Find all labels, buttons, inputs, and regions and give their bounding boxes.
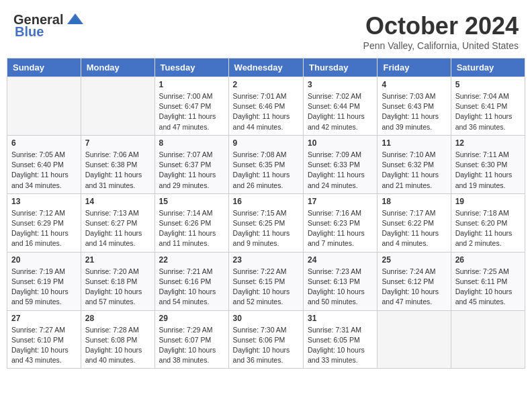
day-number: 29 [159, 314, 224, 323]
day-number: 23 [233, 255, 299, 265]
day-number: 16 [233, 197, 299, 206]
calendar-cell: 29Sunrise: 7:29 AM Sunset: 6:07 PM Dayli… [154, 310, 228, 369]
day-number: 5 [455, 80, 521, 89]
calendar-cell: 27Sunrise: 7:27 AM Sunset: 6:10 PM Dayli… [7, 310, 81, 369]
calendar-cell: 12Sunrise: 7:11 AM Sunset: 6:30 PM Dayli… [451, 135, 525, 193]
calendar-header-row: SundayMondayTuesdayWednesdayThursdayFrid… [7, 58, 525, 77]
calendar-cell: 6Sunrise: 7:05 AM Sunset: 6:40 PM Daylig… [7, 135, 81, 193]
day-number: 9 [233, 138, 299, 148]
calendar-cell: 3Sunrise: 7:02 AM Sunset: 6:44 PM Daylig… [304, 77, 378, 136]
logo-blue: Blue [15, 24, 44, 40]
day-number: 22 [159, 255, 224, 265]
day-info: Sunrise: 7:03 AM Sunset: 6:43 PM Dayligh… [382, 91, 446, 132]
day-info: Sunrise: 7:00 AM Sunset: 6:47 PM Dayligh… [159, 91, 224, 132]
day-info: Sunrise: 7:08 AM Sunset: 6:35 PM Dayligh… [233, 150, 299, 191]
day-number: 7 [85, 138, 150, 148]
day-number: 4 [382, 80, 446, 89]
day-info: Sunrise: 7:28 AM Sunset: 6:08 PM Dayligh… [85, 325, 150, 366]
day-info: Sunrise: 7:12 AM Sunset: 6:29 PM Dayligh… [11, 208, 77, 249]
day-number: 1 [159, 80, 224, 89]
day-info: Sunrise: 7:30 AM Sunset: 6:06 PM Dayligh… [233, 325, 299, 366]
day-of-week-header: Saturday [451, 58, 525, 77]
day-info: Sunrise: 7:09 AM Sunset: 6:33 PM Dayligh… [308, 150, 373, 191]
day-info: Sunrise: 7:16 AM Sunset: 6:23 PM Dayligh… [308, 208, 373, 249]
day-info: Sunrise: 7:20 AM Sunset: 6:18 PM Dayligh… [85, 267, 150, 308]
day-info: Sunrise: 7:18 AM Sunset: 6:20 PM Dayligh… [455, 208, 521, 249]
day-number: 26 [455, 255, 521, 265]
day-info: Sunrise: 7:04 AM Sunset: 6:41 PM Dayligh… [455, 91, 521, 132]
calendar-cell: 30Sunrise: 7:30 AM Sunset: 6:06 PM Dayli… [228, 310, 303, 369]
day-number: 18 [382, 197, 446, 206]
day-info: Sunrise: 7:27 AM Sunset: 6:10 PM Dayligh… [11, 325, 77, 366]
calendar-cell: 23Sunrise: 7:22 AM Sunset: 6:15 PM Dayli… [228, 252, 303, 310]
calendar-cell: 10Sunrise: 7:09 AM Sunset: 6:33 PM Dayli… [304, 135, 378, 193]
calendar-cell: 5Sunrise: 7:04 AM Sunset: 6:41 PM Daylig… [451, 77, 525, 136]
calendar-cell [7, 77, 81, 136]
day-number: 14 [85, 197, 150, 206]
day-of-week-header: Thursday [304, 58, 378, 77]
day-info: Sunrise: 7:10 AM Sunset: 6:32 PM Dayligh… [382, 150, 446, 191]
day-info: Sunrise: 7:23 AM Sunset: 6:13 PM Dayligh… [308, 267, 373, 308]
calendar-cell: 4Sunrise: 7:03 AM Sunset: 6:43 PM Daylig… [378, 77, 451, 136]
calendar-cell: 26Sunrise: 7:25 AM Sunset: 6:11 PM Dayli… [451, 252, 525, 310]
calendar-cell [81, 77, 154, 136]
calendar-cell: 15Sunrise: 7:14 AM Sunset: 6:26 PM Dayli… [154, 193, 228, 252]
day-info: Sunrise: 7:15 AM Sunset: 6:25 PM Dayligh… [233, 208, 299, 249]
day-info: Sunrise: 7:17 AM Sunset: 6:22 PM Dayligh… [382, 208, 446, 249]
calendar-cell: 28Sunrise: 7:28 AM Sunset: 6:08 PM Dayli… [81, 310, 154, 369]
calendar-cell: 1Sunrise: 7:00 AM Sunset: 6:47 PM Daylig… [154, 77, 228, 136]
day-number: 19 [455, 197, 521, 206]
calendar-cell: 24Sunrise: 7:23 AM Sunset: 6:13 PM Dayli… [304, 252, 378, 310]
calendar-week-row: 27Sunrise: 7:27 AM Sunset: 6:10 PM Dayli… [7, 310, 525, 369]
calendar-cell: 13Sunrise: 7:12 AM Sunset: 6:29 PM Dayli… [7, 193, 81, 252]
day-number: 21 [85, 255, 150, 265]
day-number: 17 [308, 197, 373, 206]
calendar-cell: 11Sunrise: 7:10 AM Sunset: 6:32 PM Dayli… [378, 135, 451, 193]
day-info: Sunrise: 7:31 AM Sunset: 6:05 PM Dayligh… [308, 325, 373, 366]
calendar-cell: 9Sunrise: 7:08 AM Sunset: 6:35 PM Daylig… [228, 135, 303, 193]
calendar-cell: 31Sunrise: 7:31 AM Sunset: 6:05 PM Dayli… [304, 310, 378, 369]
calendar-cell: 20Sunrise: 7:19 AM Sunset: 6:19 PM Dayli… [7, 252, 81, 310]
day-number: 28 [85, 314, 150, 323]
day-of-week-header: Sunday [7, 58, 81, 77]
day-number: 8 [159, 138, 224, 148]
day-of-week-header: Tuesday [154, 58, 228, 77]
month-title: October 2024 [363, 12, 519, 40]
day-info: Sunrise: 7:22 AM Sunset: 6:15 PM Dayligh… [233, 267, 299, 308]
calendar-week-row: 1Sunrise: 7:00 AM Sunset: 6:47 PM Daylig… [7, 77, 525, 136]
day-number: 30 [233, 314, 299, 323]
day-number: 20 [11, 255, 77, 265]
calendar-cell: 21Sunrise: 7:20 AM Sunset: 6:18 PM Dayli… [81, 252, 154, 310]
day-number: 6 [11, 138, 77, 148]
calendar-cell: 16Sunrise: 7:15 AM Sunset: 6:25 PM Dayli… [228, 193, 303, 252]
day-number: 25 [382, 255, 446, 265]
calendar-cell: 8Sunrise: 7:07 AM Sunset: 6:37 PM Daylig… [154, 135, 228, 193]
calendar-week-row: 13Sunrise: 7:12 AM Sunset: 6:29 PM Dayli… [7, 193, 525, 252]
logo-icon [66, 12, 85, 27]
day-info: Sunrise: 7:19 AM Sunset: 6:19 PM Dayligh… [11, 267, 77, 308]
day-info: Sunrise: 7:01 AM Sunset: 6:46 PM Dayligh… [233, 91, 299, 132]
calendar-cell [378, 310, 451, 369]
calendar-week-row: 6Sunrise: 7:05 AM Sunset: 6:40 PM Daylig… [7, 135, 525, 193]
calendar-cell: 7Sunrise: 7:06 AM Sunset: 6:38 PM Daylig… [81, 135, 154, 193]
title-block: October 2024 Penn Valley, California, Un… [363, 12, 519, 51]
day-info: Sunrise: 7:24 AM Sunset: 6:12 PM Dayligh… [382, 267, 446, 308]
calendar-cell: 22Sunrise: 7:21 AM Sunset: 6:16 PM Dayli… [154, 252, 228, 310]
day-info: Sunrise: 7:29 AM Sunset: 6:07 PM Dayligh… [159, 325, 224, 366]
day-number: 2 [233, 80, 299, 89]
calendar-cell: 14Sunrise: 7:13 AM Sunset: 6:27 PM Dayli… [81, 193, 154, 252]
calendar-cell: 18Sunrise: 7:17 AM Sunset: 6:22 PM Dayli… [378, 193, 451, 252]
day-info: Sunrise: 7:11 AM Sunset: 6:30 PM Dayligh… [455, 150, 521, 191]
calendar-cell: 19Sunrise: 7:18 AM Sunset: 6:20 PM Dayli… [451, 193, 525, 252]
calendar-cell [451, 310, 525, 369]
calendar-table: SundayMondayTuesdayWednesdayThursdayFrid… [7, 58, 525, 369]
calendar-week-row: 20Sunrise: 7:19 AM Sunset: 6:19 PM Dayli… [7, 252, 525, 310]
day-info: Sunrise: 7:07 AM Sunset: 6:37 PM Dayligh… [159, 150, 224, 191]
calendar-cell: 2Sunrise: 7:01 AM Sunset: 6:46 PM Daylig… [228, 77, 303, 136]
day-number: 13 [11, 197, 77, 206]
day-number: 11 [382, 138, 446, 148]
day-info: Sunrise: 7:02 AM Sunset: 6:44 PM Dayligh… [308, 91, 373, 132]
day-of-week-header: Friday [378, 58, 451, 77]
day-info: Sunrise: 7:21 AM Sunset: 6:16 PM Dayligh… [159, 267, 224, 308]
day-of-week-header: Wednesday [228, 58, 303, 77]
